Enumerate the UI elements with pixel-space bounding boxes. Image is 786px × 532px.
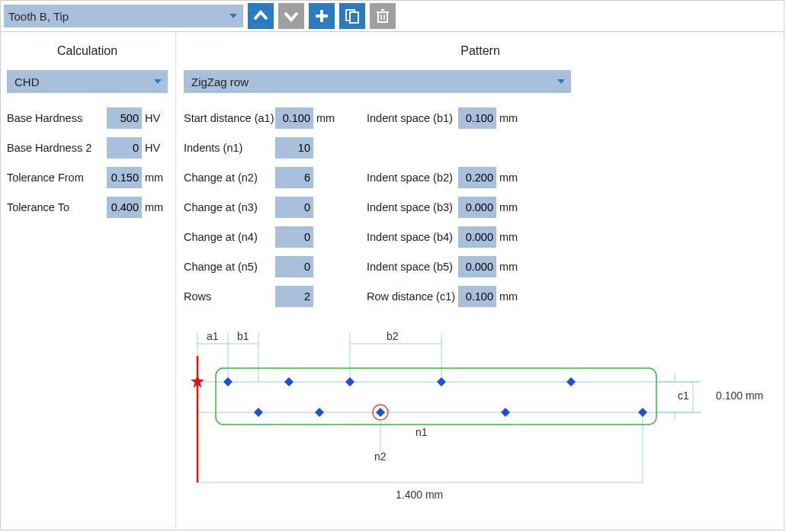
pattern-field-label: Indent space (b5) bbox=[367, 261, 458, 273]
base-hardness-label: Base Hardness bbox=[7, 112, 107, 124]
pattern-field-input[interactable] bbox=[458, 167, 496, 188]
unit-label: mm bbox=[142, 201, 168, 213]
pattern-field-label: Indent space (b1) bbox=[367, 112, 458, 124]
pattern-field-input[interactable] bbox=[458, 107, 496, 129]
tolerance-from-input[interactable] bbox=[107, 167, 142, 188]
pattern-field-input[interactable] bbox=[458, 286, 496, 307]
diagram-label-a1: a1 bbox=[207, 330, 219, 342]
svg-rect-4 bbox=[378, 12, 387, 22]
diagram-label-n1: n1 bbox=[415, 426, 428, 438]
chevron-down-icon bbox=[283, 8, 300, 24]
pattern-type-select[interactable]: ZigZag row bbox=[184, 70, 571, 93]
svg-marker-39 bbox=[638, 408, 647, 417]
delete-button bbox=[370, 3, 396, 29]
tolerance-to-input[interactable] bbox=[107, 197, 142, 218]
pattern-field-input[interactable] bbox=[458, 226, 496, 248]
pattern-title: Pattern bbox=[184, 38, 777, 70]
copy-icon bbox=[344, 8, 361, 24]
unit-label: mm bbox=[496, 171, 522, 184]
svg-marker-37 bbox=[376, 408, 385, 417]
base-hardness-input[interactable] bbox=[107, 107, 142, 129]
pattern-field-input[interactable] bbox=[275, 286, 313, 307]
item-selector-label: Tooth B, Tip bbox=[8, 10, 69, 23]
plus-icon bbox=[313, 8, 330, 24]
pattern-field-label: Indent space (b3) bbox=[367, 201, 458, 213]
pattern-field-input[interactable] bbox=[275, 167, 313, 188]
svg-marker-36 bbox=[315, 408, 324, 417]
svg-marker-33 bbox=[437, 377, 446, 386]
diagram-value-c1: 0.100 mm bbox=[716, 389, 763, 402]
pattern-field-label: Start distance (a1) bbox=[184, 112, 275, 124]
diagram-label-b2: b2 bbox=[387, 330, 399, 342]
unit-label: HV bbox=[142, 112, 168, 124]
tolerance-from-label: Tolerance From bbox=[7, 171, 107, 184]
unit-label: mm bbox=[496, 231, 522, 243]
pattern-field-input[interactable] bbox=[275, 107, 313, 129]
chevron-down-icon bbox=[557, 79, 565, 84]
svg-marker-32 bbox=[345, 377, 355, 386]
pattern-type-label: ZigZag row bbox=[191, 75, 249, 88]
unit-label: mm bbox=[142, 171, 168, 184]
chevron-down-icon bbox=[229, 14, 237, 18]
pattern-field-label: Row distance (c1) bbox=[367, 290, 458, 303]
chevron-down-icon bbox=[154, 79, 162, 84]
svg-rect-27 bbox=[216, 368, 656, 425]
pattern-field-label: Rows bbox=[184, 290, 275, 303]
diagram-label-b1: b1 bbox=[237, 330, 249, 342]
item-selector[interactable]: Tooth B, Tip bbox=[4, 5, 243, 27]
svg-rect-3 bbox=[350, 12, 358, 23]
pattern-diagram: a1 b1 b2 c1 0.100 mm n1 n2 1.400 mm bbox=[190, 333, 777, 516]
tolerance-to-label: Tolerance To bbox=[7, 201, 107, 213]
pattern-field-label: Indent space (b4) bbox=[367, 231, 458, 243]
unit-label: mm bbox=[496, 261, 522, 273]
pattern-field-label: Change at (n3) bbox=[184, 201, 275, 213]
svg-marker-34 bbox=[566, 377, 576, 386]
pattern-field-input[interactable] bbox=[458, 256, 496, 277]
svg-marker-35 bbox=[254, 408, 263, 417]
add-button[interactable] bbox=[309, 3, 335, 29]
pattern-field-input[interactable] bbox=[275, 137, 313, 159]
diagram-label-c1: c1 bbox=[678, 389, 689, 402]
pattern-field-label: Change at (n5) bbox=[184, 261, 275, 273]
unit-label: mm bbox=[496, 201, 522, 213]
pattern-field-label: Indent space (b2) bbox=[367, 171, 458, 184]
copy-button[interactable] bbox=[339, 3, 365, 29]
chevron-up-icon bbox=[252, 8, 269, 24]
svg-marker-38 bbox=[501, 408, 510, 417]
svg-marker-31 bbox=[284, 377, 294, 386]
move-up-button[interactable] bbox=[248, 3, 274, 29]
calculation-title: Calculation bbox=[7, 38, 168, 70]
diagram-value-total: 1.400 mm bbox=[396, 489, 443, 501]
diagram-label-n2: n2 bbox=[374, 450, 387, 463]
pattern-field-input[interactable] bbox=[458, 197, 496, 218]
base-hardness2-input[interactable] bbox=[107, 137, 142, 159]
pattern-field-input[interactable] bbox=[275, 226, 313, 248]
pattern-field-label: Indents (n1) bbox=[184, 142, 275, 154]
unit-label: mm bbox=[496, 290, 522, 303]
base-hardness2-label: Base Hardness 2 bbox=[7, 142, 107, 154]
calc-method-select[interactable]: CHD bbox=[7, 70, 168, 93]
unit-label: mm bbox=[313, 112, 339, 124]
pattern-field-input[interactable] bbox=[275, 197, 313, 218]
svg-marker-30 bbox=[223, 377, 233, 386]
pattern-field-input[interactable] bbox=[275, 256, 313, 277]
unit-label: mm bbox=[496, 112, 522, 124]
move-down-button bbox=[278, 3, 304, 29]
pattern-field-label: Change at (n2) bbox=[184, 171, 275, 184]
trash-icon bbox=[374, 8, 391, 24]
unit-label: HV bbox=[142, 142, 168, 154]
calc-method-label: CHD bbox=[14, 75, 40, 88]
pattern-field-label: Change at (n4) bbox=[184, 231, 275, 243]
